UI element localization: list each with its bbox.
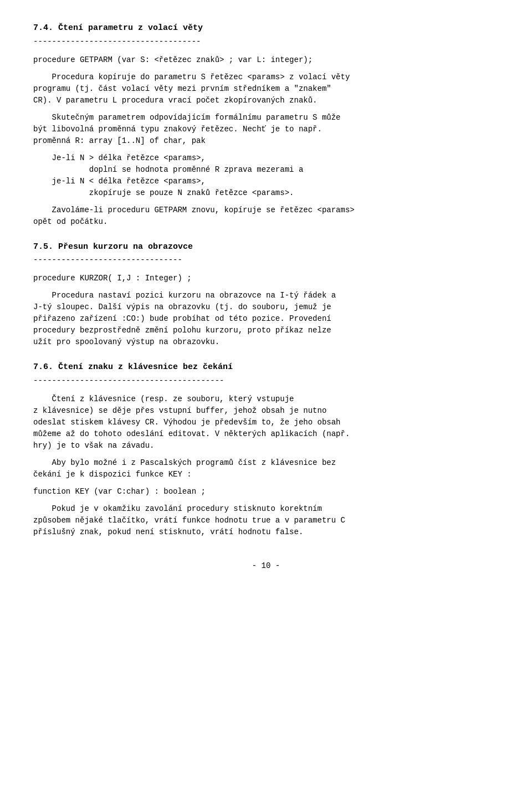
getparm-signature: procedure GETPARM (var S: <řetězec znaků…: [33, 54, 499, 66]
section-7-4-separator: ------------------------------------: [33, 36, 499, 48]
section-7-5-heading: 7.5. Přesun kurzoru na obrazovce: [33, 241, 499, 254]
section-7-5: 7.5. Přesun kurzoru na obrazovce -------…: [33, 241, 499, 349]
section-7-4-para-3: Zavoláme-li proceduru GETPARM znovu, kop…: [33, 204, 499, 228]
section-7-4: 7.4. Čtení parametru z volací věty -----…: [33, 22, 499, 228]
kurzor-signature: procedure KURZOR( I,J : Integer) ;: [33, 273, 499, 284]
section-7-4-para-1: Procedura kopíruje do parametru S řetěze…: [33, 71, 499, 106]
section-7-5-para-1: Procedura nastaví pozici kurzoru na obra…: [33, 290, 499, 348]
section-7-6-heading: 7.6. Čtení znaku z klávesnice bez čekání: [33, 361, 499, 374]
page-content: 7.4. Čtení parametru z volací věty -----…: [33, 22, 499, 572]
section-7-6-para-3: Pokud je v okamžiku zavolání procedury s…: [33, 503, 499, 538]
section-7-6: 7.6. Čtení znaku z klávesnice bez čekání…: [33, 361, 499, 538]
section-7-6-para-2: Aby bylo možné i z Pascalských programů …: [33, 457, 499, 480]
section-7-4-heading: 7.4. Čtení parametru z volací věty: [33, 22, 499, 35]
page-number: - 10 -: [33, 560, 499, 572]
key-signature: function KEY (var C:char) : boolean ;: [33, 486, 499, 498]
section-7-6-separator: ----------------------------------------…: [33, 375, 499, 387]
section-7-5-separator: --------------------------------: [33, 254, 499, 266]
section-7-6-para-1: Čtení z klávesnice (resp. ze souboru, kt…: [33, 393, 499, 452]
section-7-4-para-2: Skutečným parametrem odpovídajícím formá…: [33, 112, 499, 147]
getparm-conditions: Je-li N > délka řetězce <params>, doplní…: [33, 152, 499, 199]
